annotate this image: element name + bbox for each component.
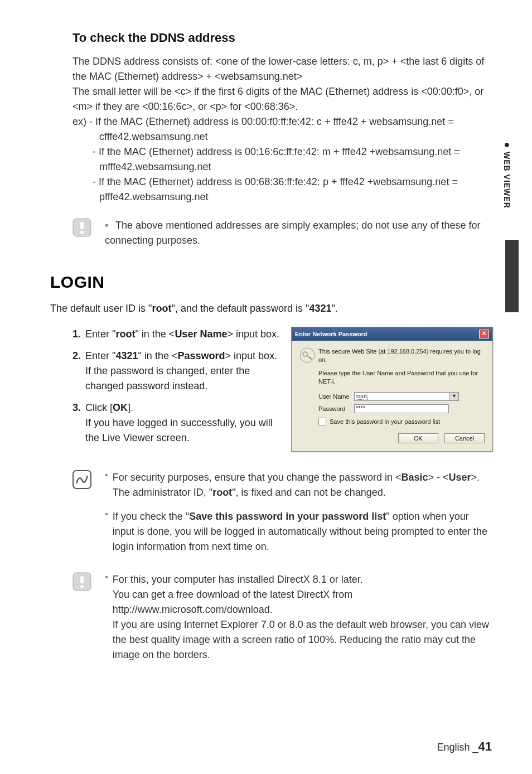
- login-heading: LOGIN: [50, 273, 493, 292]
- dialog-titlebar: Enter Network Password ✕: [292, 327, 492, 341]
- dialog-info-line2: Please type the User Name and Password t…: [318, 369, 485, 386]
- note-row: ▪ The above mentioned addresses are simp…: [72, 218, 493, 248]
- step-number: 2.: [72, 349, 81, 394]
- side-bar-strip: [505, 240, 519, 312]
- username-input[interactable]: root ▼: [354, 392, 459, 401]
- username-field-row: User Name root ▼: [318, 392, 485, 401]
- dialog-title-text: Enter Network Password: [295, 331, 367, 337]
- ddns-ex-lead: ex) - If the MAC (Ethernet) address is 0…: [72, 114, 493, 129]
- step-2: 2. Enter "4321" in the <Password> input …: [72, 349, 280, 394]
- tip3-line3: If you are using Internet Explorer 7.0 o…: [113, 619, 489, 660]
- note-text: The above mentioned addresses are simply…: [105, 220, 480, 246]
- tip-row-1: ▪ For security purposes, ensure that you…: [72, 470, 493, 563]
- step-3: 3. Click [OK]. If you have logged in suc…: [72, 400, 280, 446]
- page-number: 41: [478, 739, 492, 753]
- bullet-icon: ▪: [105, 470, 108, 500]
- tip3-line2: You can get a free download of the lates…: [113, 589, 353, 615]
- caution-icon: [72, 572, 91, 591]
- caution-icon: [72, 218, 91, 237]
- save-password-checkbox[interactable]: [318, 418, 326, 425]
- ddns-ex2b: mfffe42.websamsung.net: [72, 159, 493, 175]
- save-password-label: Save this password in your password list: [330, 418, 440, 425]
- ok-button[interactable]: OK: [398, 433, 438, 443]
- side-tab: ● WEB VIEWER: [499, 139, 515, 209]
- bullet-icon: ▪: [105, 572, 108, 662]
- step-1: 1. Enter "root" in the <User Name> input…: [72, 327, 280, 342]
- password-dialog: Enter Network Password ✕ This secure Web…: [291, 327, 493, 452]
- svg-point-2: [80, 231, 84, 234]
- username-label: User Name: [318, 393, 354, 400]
- bullet-dot: ●: [504, 139, 510, 149]
- tip-row-2: ▪ For this, your computer has installed …: [72, 572, 493, 671]
- chevron-down-icon[interactable]: ▼: [449, 393, 458, 400]
- password-label: Password: [318, 405, 354, 412]
- close-icon[interactable]: ✕: [479, 330, 489, 338]
- svg-point-8: [80, 585, 84, 588]
- svg-rect-7: [80, 576, 84, 583]
- password-field-row: Password ****: [318, 404, 485, 413]
- dialog-info-line1: This secure Web Site (at 192.168.0.254) …: [318, 347, 485, 365]
- save-password-row: Save this password in your password list: [318, 418, 485, 425]
- ddns-p1: The DDNS address consists of: <one of th…: [72, 54, 493, 84]
- ddns-body: The DDNS address consists of: <one of th…: [72, 54, 493, 205]
- key-lock-icon: [299, 347, 315, 363]
- step-number: 3.: [72, 400, 81, 446]
- password-input[interactable]: ****: [354, 404, 449, 413]
- cancel-button[interactable]: Cancel: [444, 433, 485, 443]
- ddns-ex3a: - If the MAC (Ethernet) address is 00:68…: [72, 175, 493, 190]
- svg-rect-1: [80, 222, 84, 229]
- ddns-ex2a: - If the MAC (Ethernet) address is 00:16…: [72, 144, 493, 159]
- page-footer: English _41: [437, 739, 492, 754]
- bullet-icon: ▪: [105, 220, 108, 231]
- ddns-p2: The small letter will be <c> if the firs…: [72, 84, 493, 114]
- tip3-line1: For this, your computer has installed Di…: [113, 574, 363, 585]
- side-tab-label: WEB VIEWER: [502, 152, 511, 209]
- footer-lang: English: [437, 742, 470, 753]
- ddns-ex3b: pfffe42.websamsung.net: [72, 190, 493, 205]
- bullet-icon: ▪: [105, 509, 108, 554]
- note-icon: [72, 470, 91, 489]
- ddns-heading: To check the DDNS address: [72, 31, 493, 45]
- ddns-ex1b: cfffe42.websamsung.net: [72, 129, 493, 144]
- login-intro: The default user ID is "root", and the d…: [50, 303, 493, 315]
- step-number: 1.: [72, 327, 81, 342]
